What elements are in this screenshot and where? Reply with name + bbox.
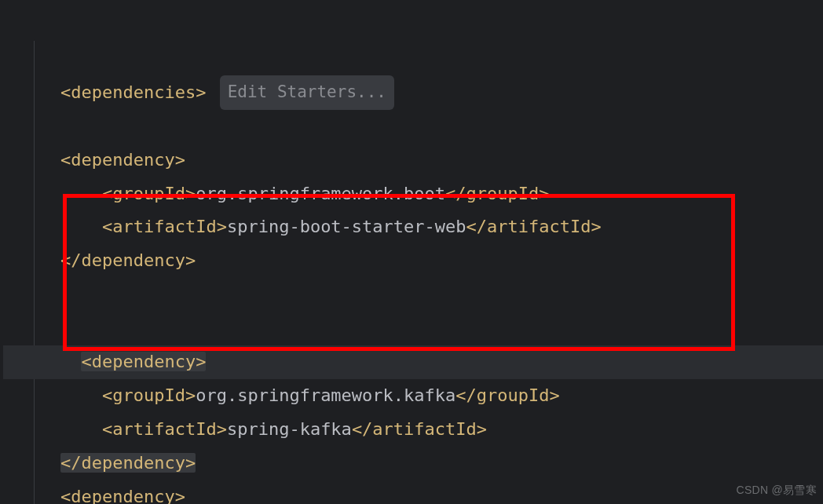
artifactid-value: spring-kafka: [227, 419, 352, 439]
code-line: <groupId>org.springframework.kafka</grou…: [3, 379, 823, 413]
groupid-value: org.springframework.boot: [196, 184, 445, 203]
watermark: CSDN @易雪寒: [737, 480, 817, 501]
tag-artifactid-open: <artifactId>: [102, 217, 227, 236]
code-line: <dependency>: [3, 144, 823, 177]
code-line: <artifactId>spring-kafka</artifactId>: [3, 413, 823, 447]
tag-artifactid-open: <artifactId>: [102, 419, 227, 439]
tag-groupid-open: <groupId>: [102, 385, 196, 405]
tag-dependency-open: <dependency>: [81, 352, 206, 371]
tag-dependencies-open: <dependencies>: [60, 82, 206, 102]
tag-groupid-open: <groupId>: [102, 184, 196, 203]
code-line: <dependencies> Edit Starters...: [3, 8, 823, 144]
tag-groupid-close: </groupId>: [445, 184, 549, 203]
code-line-current: <dependency>: [3, 278, 823, 379]
code-line: </dependency>: [3, 244, 823, 278]
artifactid-value: spring-boot-starter-web: [227, 217, 466, 236]
tag-artifactid-close: </artifactId>: [466, 217, 602, 236]
tag-dependency-close: </dependency>: [60, 453, 196, 473]
tag-groupid-close: </groupId>: [455, 385, 559, 405]
code-line: <dependency>: [3, 480, 823, 504]
edit-starters-hint[interactable]: Edit Starters...: [220, 75, 394, 110]
tag-dependency-open: <dependency>: [60, 487, 185, 504]
groupid-value: org.springframework.kafka: [196, 385, 455, 405]
tag-artifactid-close: </artifactId>: [352, 419, 487, 439]
tag-dependency-open: <dependency>: [60, 150, 185, 170]
code-line: <groupId>org.springframework.boot</group…: [3, 177, 823, 211]
code-line: </dependency>: [3, 447, 823, 480]
code-line: <artifactId>spring-boot-starter-web</art…: [3, 210, 823, 244]
tag-dependency-close: </dependency>: [60, 250, 196, 270]
